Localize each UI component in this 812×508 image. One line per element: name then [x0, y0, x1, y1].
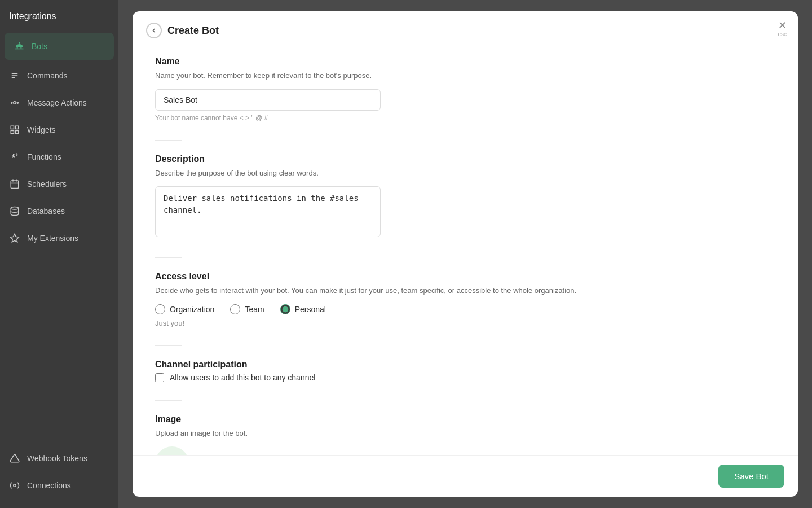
- name-description: Name your bot. Remember to keep it relev…: [155, 70, 775, 81]
- panel-header: Create Bot ✕ esc: [133, 11, 798, 45]
- channel-participation-title: Channel participation: [155, 360, 775, 370]
- sidebar-item-functions[interactable]: Functions: [0, 143, 118, 170]
- create-bot-panel: Create Bot ✕ esc Name Name your bot. Rem…: [133, 11, 798, 497]
- svg-rect-10: [11, 181, 19, 189]
- sidebar-item-label-functions: Functions: [27, 152, 61, 161]
- integrations-title: Integrations: [9, 11, 56, 21]
- back-button[interactable]: [146, 23, 162, 38]
- description-title: Description: [155, 154, 775, 164]
- esc-label: esc: [778, 31, 787, 37]
- message-actions-icon: [9, 97, 20, 108]
- svg-rect-9: [16, 131, 19, 134]
- bot-description-input[interactable]: Deliver sales notifications in the #sale…: [155, 186, 381, 237]
- sidebar: Integrations Bots Commands: [0, 0, 118, 508]
- bot-name-input[interactable]: [155, 89, 381, 111]
- save-bot-button[interactable]: Save Bot: [718, 465, 784, 488]
- divider-3: [155, 345, 182, 346]
- svg-rect-7: [16, 126, 19, 129]
- divider-4: [155, 400, 182, 401]
- radio-organization-input[interactable]: [155, 304, 165, 314]
- panel-footer: Save Bot: [133, 455, 798, 497]
- svg-point-14: [11, 207, 19, 210]
- divider-1: [155, 140, 182, 141]
- description-desc: Describe the purpose of the bot using cl…: [155, 168, 775, 179]
- svg-point-5: [17, 102, 18, 103]
- sidebar-item-label-commands: Commands: [27, 71, 68, 80]
- radio-team-input[interactable]: [230, 304, 240, 314]
- bots-icon: [14, 41, 25, 52]
- radio-personal-input[interactable]: [280, 304, 290, 314]
- name-title: Name: [155, 56, 775, 67]
- commands-icon: [9, 70, 20, 81]
- access-level-radio-group: Organization Team Personal: [155, 304, 775, 314]
- schedulers-icon: [9, 178, 20, 190]
- svg-marker-15: [11, 234, 19, 242]
- sidebar-item-databases[interactable]: Databases: [0, 198, 118, 225]
- sidebar-item-schedulers[interactable]: Schedulers: [0, 170, 118, 198]
- panel-title: Create Bot: [167, 25, 219, 37]
- functions-icon: [9, 151, 20, 163]
- my-extensions-icon: [9, 233, 20, 244]
- close-icon: ✕: [778, 20, 787, 30]
- widgets-icon: [9, 124, 20, 135]
- main-content: Create Bot ✕ esc Name Name your bot. Rem…: [118, 0, 812, 508]
- svg-point-3: [14, 102, 16, 104]
- channel-participation-checkbox-label[interactable]: Allow users to add this bot to any chann…: [155, 373, 775, 382]
- sidebar-item-label-bots: Bots: [32, 42, 47, 51]
- svg-rect-8: [11, 131, 14, 134]
- radio-organization-label: Organization: [170, 305, 214, 314]
- sidebar-header: Integrations: [0, 0, 118, 30]
- name-hint: Your bot name cannot have < > " @ #: [155, 114, 775, 122]
- sidebar-item-label-my-extensions: My Extensions: [27, 234, 78, 243]
- access-level-section: Access level Decide who gets to interact…: [155, 271, 775, 327]
- sidebar-item-label-webhook-tokens: Webhook Tokens: [27, 454, 87, 463]
- sidebar-item-webhook-tokens[interactable]: Webhook Tokens: [0, 445, 118, 472]
- close-button[interactable]: ✕ esc: [778, 20, 787, 37]
- divider-2: [155, 257, 182, 258]
- panel-body: Name Name your bot. Remember to keep it …: [133, 45, 798, 455]
- name-section: Name Name your bot. Remember to keep it …: [155, 56, 775, 122]
- sidebar-item-connections[interactable]: Connections: [0, 472, 118, 499]
- sidebar-item-message-actions[interactable]: Message Actions: [0, 89, 118, 116]
- access-level-title: Access level: [155, 271, 775, 282]
- bot-image-preview[interactable]: [155, 446, 189, 455]
- sidebar-item-label-connections: Connections: [27, 481, 71, 490]
- radio-personal[interactable]: Personal: [280, 304, 326, 314]
- sidebar-bottom: Webhook Tokens Connections: [0, 445, 118, 508]
- image-desc: Upload an image for the bot.: [155, 428, 775, 439]
- access-level-desc: Decide who gets to interact with your bo…: [155, 285, 775, 296]
- app-container: Integrations Bots Commands: [0, 0, 812, 508]
- description-section: Description Describe the purpose of the …: [155, 154, 775, 240]
- sidebar-item-label-widgets: Widgets: [27, 125, 56, 134]
- channel-participation-checkbox[interactable]: [155, 373, 164, 382]
- sidebar-item-bots[interactable]: Bots: [5, 33, 114, 60]
- sidebar-item-commands[interactable]: Commands: [0, 62, 118, 89]
- svg-point-16: [14, 484, 16, 487]
- access-level-hint: Just you!: [155, 319, 775, 327]
- svg-rect-6: [11, 126, 14, 129]
- sidebar-item-label-message-actions: Message Actions: [27, 98, 87, 107]
- sidebar-item-widgets[interactable]: Widgets: [0, 116, 118, 143]
- connections-icon: [9, 480, 20, 491]
- channel-participation-section: Channel participation Allow users to add…: [155, 360, 775, 382]
- sidebar-item-label-schedulers: Schedulers: [27, 179, 67, 189]
- radio-personal-label: Personal: [295, 305, 326, 314]
- image-title: Image: [155, 414, 775, 424]
- webhook-tokens-icon: [9, 453, 20, 464]
- databases-icon: [9, 205, 20, 217]
- radio-team-label: Team: [245, 305, 264, 314]
- sidebar-item-my-extensions[interactable]: My Extensions: [0, 225, 118, 252]
- sidebar-item-label-databases: Databases: [27, 207, 65, 216]
- radio-organization[interactable]: Organization: [155, 304, 214, 314]
- radio-team[interactable]: Team: [230, 304, 264, 314]
- channel-participation-checkbox-text: Allow users to add this bot to any chann…: [170, 373, 315, 382]
- svg-point-4: [11, 102, 12, 103]
- image-section: Image Upload an image for the bot.: [155, 414, 775, 456]
